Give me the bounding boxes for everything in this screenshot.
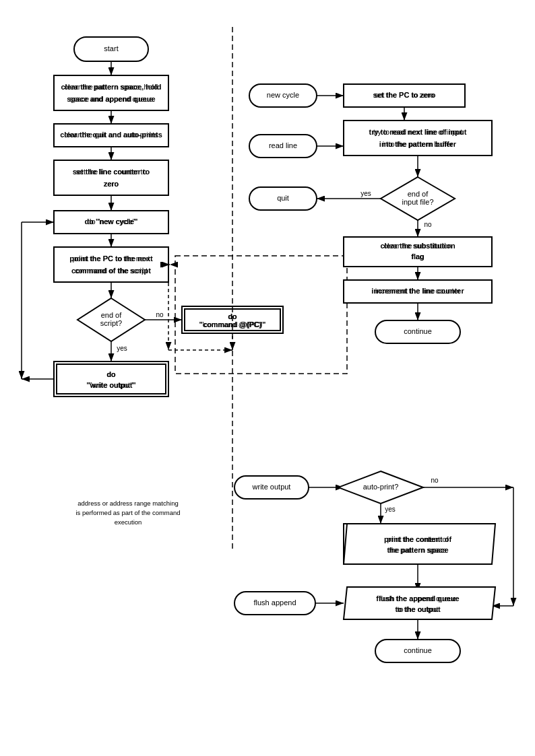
yes-label-script: yes bbox=[117, 345, 127, 352]
point-pc-bold2: command of the script bbox=[71, 267, 151, 275]
try-read-bold: try to read next line of input bbox=[369, 128, 467, 136]
clear-pattern-bold2: space and append queue bbox=[67, 95, 155, 103]
yes-label-print: yes bbox=[385, 506, 396, 513]
end-input-label: end of bbox=[408, 190, 429, 198]
flush-queue-bold2: to the output bbox=[395, 605, 441, 613]
do-command-bold: do bbox=[228, 312, 237, 320]
do-write-output-bold2: "write output" bbox=[86, 381, 135, 389]
end-input-label2: input file? bbox=[402, 198, 433, 206]
do-write-output-bold: do bbox=[106, 370, 116, 378]
address-note-3: execution bbox=[115, 518, 142, 526]
svg-rect-12 bbox=[54, 247, 168, 282]
do-new-cycle-bold: do "new cycle" bbox=[85, 217, 138, 226]
svg-marker-56 bbox=[344, 524, 495, 564]
clear-quit-bold: clear the quit and auto-prints bbox=[60, 131, 162, 139]
do-command-bold2: "command @(PC)" bbox=[199, 320, 266, 329]
no-label-print: no bbox=[431, 477, 439, 484]
print-content-bold2: the pattern space bbox=[387, 546, 448, 554]
start-label: start bbox=[104, 44, 118, 53]
no-label-input: no bbox=[424, 221, 432, 228]
set-pc-bold: set the PC to zero bbox=[373, 91, 436, 99]
svg-rect-20 bbox=[57, 364, 166, 394]
svg-rect-8 bbox=[54, 160, 168, 195]
flush-queue-bold: flush the append queue bbox=[376, 594, 459, 603]
clear-pattern-bold: clear the pattern space, hold bbox=[61, 83, 161, 91]
write-output-label: write output bbox=[252, 483, 291, 491]
continue1-label: continue bbox=[404, 327, 432, 335]
set-counter-bold2: zero bbox=[104, 180, 119, 188]
svg-rect-4 bbox=[54, 75, 168, 110]
auto-print-label: auto-print? bbox=[363, 483, 399, 491]
address-note-2: is performed as part of the command bbox=[75, 509, 180, 516]
yes-label-input: yes bbox=[360, 190, 371, 197]
increment-bold: increment the line counter bbox=[371, 287, 464, 295]
flush-append-label: flush append bbox=[254, 598, 296, 607]
end-script-label2: script? bbox=[100, 319, 122, 327]
clear-sub-bold2: flag bbox=[411, 252, 424, 261]
set-counter-bold: set the line counter to bbox=[73, 168, 150, 176]
quit-label: quit bbox=[277, 194, 289, 202]
print-content-bold: print the content of bbox=[384, 535, 452, 543]
no-label-script: no bbox=[156, 311, 164, 318]
address-note-1: address or address range matching bbox=[77, 500, 178, 507]
end-script-label: end of bbox=[101, 311, 123, 319]
try-read-bold2: into the pattern buffer bbox=[379, 140, 457, 148]
svg-rect-36 bbox=[344, 121, 492, 156]
point-pc-bold: point the PC to the next bbox=[69, 254, 153, 263]
clear-sub-bold: clear the substitution bbox=[380, 242, 455, 250]
read-line-label: read line bbox=[269, 141, 297, 149]
continue2-label: continue bbox=[404, 646, 432, 654]
svg-marker-60 bbox=[344, 587, 495, 619]
new-cycle-label: new cycle bbox=[267, 91, 299, 99]
